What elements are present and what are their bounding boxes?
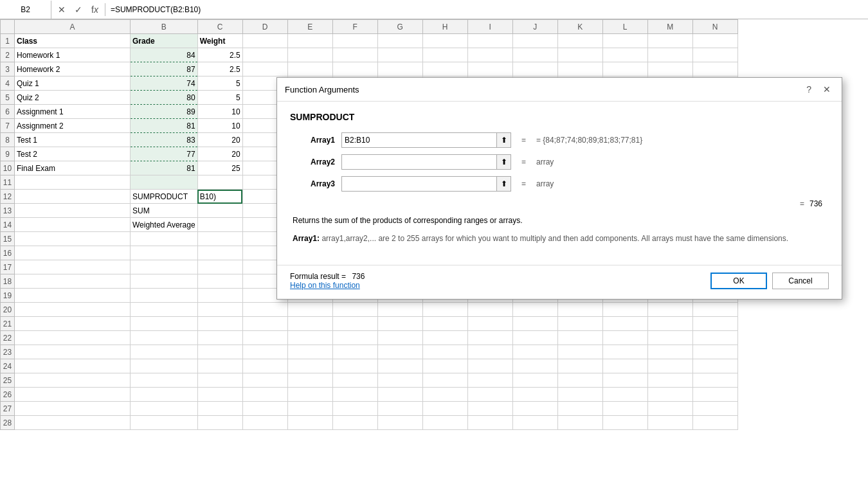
cell-i1[interactable] — [467, 34, 512, 48]
cell-b6[interactable]: 89 — [131, 105, 198, 119]
cell-b3[interactable]: 87 — [131, 62, 198, 76]
cell-k1[interactable] — [557, 34, 602, 48]
col-header-e[interactable]: E — [287, 20, 332, 34]
cell-b4[interactable]: 74 — [131, 76, 198, 91]
cell-m3[interactable] — [647, 62, 692, 76]
col-header-m[interactable]: M — [647, 20, 692, 34]
cell-b11[interactable] — [131, 175, 198, 190]
cell-a5[interactable]: Quiz 2 — [15, 91, 131, 105]
cell-c13[interactable] — [197, 204, 242, 218]
formula-input[interactable] — [105, 1, 868, 19]
cell-h3[interactable] — [422, 62, 467, 76]
cell-a2[interactable]: Homework 1 — [15, 48, 131, 62]
cell-c3[interactable]: 2.5 — [197, 62, 242, 76]
cell-m2[interactable] — [647, 48, 692, 62]
col-header-g[interactable]: G — [377, 20, 422, 34]
cell-i2[interactable] — [467, 48, 512, 62]
cell-b2[interactable]: 84 — [131, 48, 198, 62]
col-header-l[interactable]: L — [602, 20, 647, 34]
col-header-i[interactable]: I — [467, 20, 512, 34]
dialog-close-btn[interactable]: ✕ — [820, 83, 834, 96]
cell-b5[interactable]: 80 — [131, 91, 198, 105]
array3-input[interactable] — [342, 177, 496, 191]
cell-ref-box[interactable] — [0, 1, 51, 19]
cell-b12[interactable]: SUMPRODUCT — [131, 190, 198, 204]
cell-c7[interactable]: 10 — [197, 119, 242, 133]
cell-c5[interactable]: 5 — [197, 91, 242, 105]
cell-n2[interactable] — [692, 48, 737, 62]
cell-a7[interactable]: Assignment 2 — [15, 119, 131, 133]
cell-c9[interactable]: 20 — [197, 147, 242, 161]
cell-l2[interactable] — [602, 48, 647, 62]
confirm-formula-btn[interactable]: ✓ — [72, 3, 85, 16]
array2-input[interactable] — [342, 155, 496, 169]
array1-collapse-btn[interactable]: ⬆ — [496, 133, 511, 147]
cell-k2[interactable] — [557, 48, 602, 62]
cell-f2[interactable] — [332, 48, 377, 62]
insert-function-btn[interactable]: fx — [89, 3, 101, 16]
col-header-j[interactable]: J — [512, 20, 557, 34]
col-header-h[interactable]: H — [422, 20, 467, 34]
cell-c10[interactable]: 25 — [197, 161, 242, 175]
cell-c14[interactable] — [197, 218, 242, 232]
cell-n3[interactable] — [692, 62, 737, 76]
cell-a11[interactable] — [15, 175, 131, 190]
cell-a4[interactable]: Quiz 1 — [15, 76, 131, 91]
col-header-n[interactable]: N — [692, 20, 737, 34]
cell-h2[interactable] — [422, 48, 467, 62]
col-header-k[interactable]: K — [557, 20, 602, 34]
help-link[interactable]: Help on this function — [290, 281, 360, 290]
cell-d1[interactable] — [242, 34, 287, 48]
array3-collapse-btn[interactable]: ⬆ — [496, 177, 511, 191]
cell-b13[interactable]: SUM — [131, 204, 198, 218]
cell-a6[interactable]: Assignment 1 — [15, 105, 131, 119]
cell-a8[interactable]: Test 1 — [15, 133, 131, 147]
cell-b8[interactable]: 83 — [131, 133, 198, 147]
col-header-a[interactable]: A — [15, 20, 131, 34]
cell-b9[interactable]: 77 — [131, 147, 198, 161]
cell-c1[interactable]: Weight — [197, 34, 242, 48]
cell-a13[interactable] — [15, 204, 131, 218]
cell-j1[interactable] — [512, 34, 557, 48]
cell-j2[interactable] — [512, 48, 557, 62]
cell-b10[interactable]: 81 — [131, 161, 198, 175]
col-header-d[interactable]: D — [242, 20, 287, 34]
cell-f3[interactable] — [332, 62, 377, 76]
cell-k3[interactable] — [557, 62, 602, 76]
cell-i3[interactable] — [467, 62, 512, 76]
cell-b7[interactable]: 81 — [131, 119, 198, 133]
col-header-b[interactable]: B — [131, 20, 198, 34]
cell-b14[interactable]: Weighted Average — [131, 218, 198, 232]
cell-d3[interactable] — [242, 62, 287, 76]
cancel-button[interactable]: Cancel — [772, 273, 829, 289]
cell-c11[interactable] — [197, 175, 242, 190]
cell-a1[interactable]: Class — [15, 34, 131, 48]
col-header-c[interactable]: C — [197, 20, 242, 34]
cell-c6[interactable]: 10 — [197, 105, 242, 119]
col-header-f[interactable]: F — [332, 20, 377, 34]
cancel-formula-btn[interactable]: ✕ — [55, 3, 68, 16]
cell-g2[interactable] — [377, 48, 422, 62]
cell-n1[interactable] — [692, 34, 737, 48]
cell-b1[interactable]: Grade — [131, 34, 198, 48]
ok-button[interactable]: OK — [710, 273, 767, 289]
cell-e3[interactable] — [287, 62, 332, 76]
cell-c12[interactable]: B10) — [197, 190, 242, 204]
cell-m1[interactable] — [647, 34, 692, 48]
cell-h1[interactable] — [422, 34, 467, 48]
array1-input[interactable] — [342, 133, 496, 147]
cell-l3[interactable] — [602, 62, 647, 76]
cell-c2[interactable]: 2.5 — [197, 48, 242, 62]
cell-a3[interactable]: Homework 2 — [15, 62, 131, 76]
cell-f1[interactable] — [332, 34, 377, 48]
cell-e2[interactable] — [287, 48, 332, 62]
array2-collapse-btn[interactable]: ⬆ — [496, 155, 511, 169]
cell-d2[interactable] — [242, 48, 287, 62]
cell-g3[interactable] — [377, 62, 422, 76]
cell-c4[interactable]: 5 — [197, 76, 242, 91]
dialog-help-btn[interactable]: ? — [803, 83, 815, 96]
cell-a10[interactable]: Final Exam — [15, 161, 131, 175]
cell-c8[interactable]: 20 — [197, 133, 242, 147]
cell-a12[interactable] — [15, 190, 131, 204]
cell-e1[interactable] — [287, 34, 332, 48]
